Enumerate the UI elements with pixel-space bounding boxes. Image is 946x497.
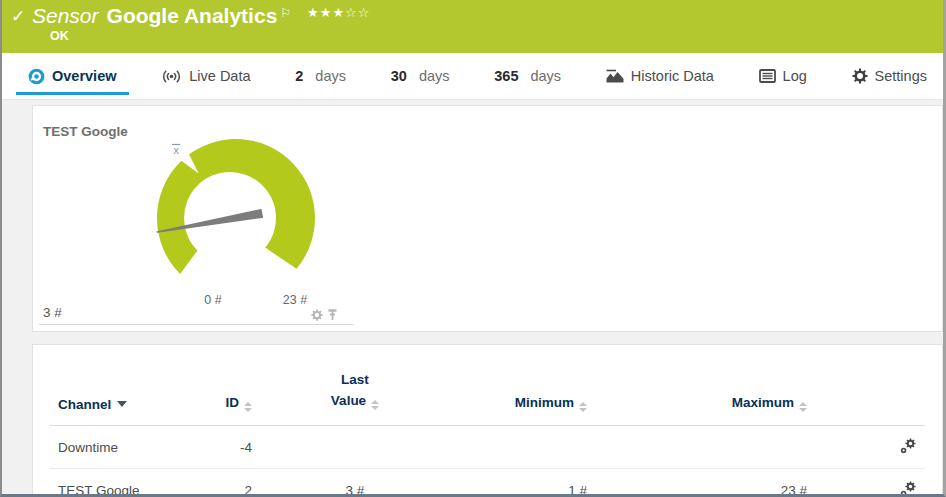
tab-number: 30 <box>391 68 407 84</box>
log-icon <box>759 69 776 83</box>
column-label: Minimum <box>515 395 574 410</box>
column-header-id[interactable]: ID <box>195 345 260 425</box>
tab-log[interactable]: Log <box>747 53 819 99</box>
sensor-title-row: SensorGoogle Analytics⚐★★★☆☆ <box>32 4 370 28</box>
sort-icon <box>579 402 587 412</box>
tab-label: days <box>530 68 561 84</box>
column-header-last-value[interactable]: Last Value <box>260 345 450 425</box>
priority-stars[interactable]: ★★★☆☆ <box>307 5 370 20</box>
table-row-downtime: Downtime -4 <box>50 425 925 468</box>
tab-30-days[interactable]: 30 days <box>379 53 462 99</box>
channel-gauge-tile: TEST Google x 0 # 23 # 3 # <box>39 113 354 325</box>
prtg-sensor-window: ✓ SensorGoogle Analytics⚐★★★☆☆ OK Overvi… <box>0 0 946 497</box>
table-header-row: Channel ID Last Value Minimum Maximum <box>50 345 925 425</box>
tab-label: Historic Data <box>631 68 714 84</box>
gauge-current-value: 3 # <box>43 305 62 320</box>
channel-settings-gears-icon[interactable] <box>900 481 917 497</box>
tab-2-days[interactable]: 2 days <box>283 53 358 99</box>
column-header-channel[interactable]: Channel <box>50 345 195 425</box>
channels-table-panel: Channel ID Last Value Minimum Maximum <box>32 344 943 494</box>
tab-number: 2 <box>295 68 303 84</box>
gauge-tile-toolbar <box>311 309 338 321</box>
column-header-maximum[interactable]: Maximum <box>595 345 815 425</box>
cell-minimum <box>450 425 595 468</box>
column-label: Last Value <box>331 372 369 408</box>
tab-label: days <box>419 68 450 84</box>
gauge-icon <box>28 68 45 85</box>
tab-bar: Overview Live Data 2 days 30 days 3 <box>2 53 943 100</box>
cell-last-value: 3 # <box>260 468 450 497</box>
column-label: ID <box>226 395 240 410</box>
cell-id: 2 <box>195 468 260 497</box>
cell-channel: Downtime <box>50 425 195 468</box>
tab-overview[interactable]: Overview <box>16 53 129 99</box>
gauge-max-label: 23 # <box>283 293 307 307</box>
priority-flag-icon[interactable]: ⚐ <box>280 6 291 20</box>
overview-gauge-panel: TEST Google x 0 # 23 # 3 # <box>32 105 943 332</box>
sort-icon <box>799 402 807 412</box>
channel-settings-gears-icon[interactable] <box>900 438 917 454</box>
gauge-average-label: x <box>173 144 179 156</box>
area-chart-icon <box>606 69 624 84</box>
gauge-channel-title: TEST Google <box>43 124 128 139</box>
tab-number: 365 <box>494 68 518 84</box>
tab-label: Log <box>783 68 807 84</box>
tab-label: Live Data <box>189 68 250 84</box>
table-row-test-google: TEST Google 2 3 # 1 # 23 # <box>50 468 925 497</box>
tab-label: Settings <box>875 68 927 84</box>
column-label: Maximum <box>732 395 794 410</box>
tab-label: days <box>315 68 346 84</box>
column-header-actions <box>815 345 925 425</box>
cell-channel: TEST Google <box>50 468 195 497</box>
status-ok-check-icon: ✓ <box>11 6 25 27</box>
live-data-icon <box>161 69 182 84</box>
status-badge: OK <box>50 29 69 43</box>
cell-maximum <box>595 425 815 468</box>
column-header-minimum[interactable]: Minimum <box>450 345 595 425</box>
pin-icon[interactable] <box>327 309 338 321</box>
tab-settings[interactable]: Settings <box>840 53 939 99</box>
column-label: Channel <box>58 397 111 412</box>
tab-365-days[interactable]: 365 days <box>482 53 573 99</box>
gear-icon[interactable] <box>311 309 323 321</box>
cell-id: -4 <box>195 425 260 468</box>
cell-minimum: 1 # <box>450 468 595 497</box>
sensor-name: Google Analytics <box>107 4 278 27</box>
tab-live-data[interactable]: Live Data <box>149 53 262 99</box>
tab-label: Overview <box>52 68 117 84</box>
tab-historic-data[interactable]: Historic Data <box>594 53 726 99</box>
sort-desc-icon <box>117 401 127 407</box>
cell-last-value <box>260 425 450 468</box>
sort-icon <box>244 402 252 412</box>
cell-maximum: 23 # <box>595 468 815 497</box>
gauge-min-label: 0 # <box>204 293 221 307</box>
gear-icon <box>852 68 868 84</box>
channels-table: Channel ID Last Value Minimum Maximum <box>50 345 925 497</box>
sensor-status-banner: ✓ SensorGoogle Analytics⚐★★★☆☆ OK <box>2 0 943 53</box>
sort-icon <box>371 400 379 410</box>
gauge-chart: x 0 # 23 # <box>124 116 348 312</box>
object-kind-label: Sensor <box>32 4 99 27</box>
